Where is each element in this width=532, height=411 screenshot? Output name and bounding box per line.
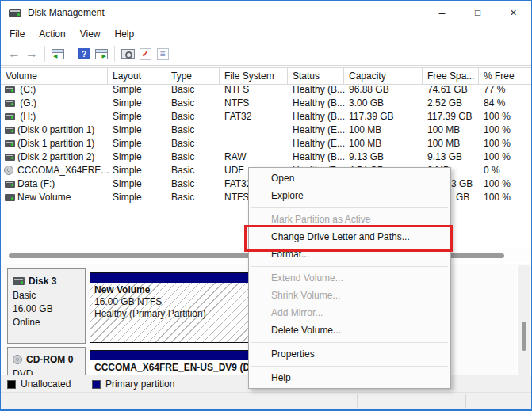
disk-title: Disk 3 — [13, 276, 85, 287]
cell-layout: Simple — [108, 124, 166, 137]
cell-pct: 100 % — [479, 137, 532, 150]
cell-volume: CCCOMA_X64FRE... — [1, 164, 108, 177]
maximize-button[interactable]: □ — [460, 1, 496, 25]
cell-layout: Simple — [108, 110, 166, 124]
toolbar: ← → ◀ ? ▶ ✓ ≡ — [1, 43, 531, 66]
forward-arrow-icon: → — [25, 46, 38, 62]
vertical-scrollbar-thumb[interactable] — [522, 322, 526, 351]
table-row[interactable]: (Disk 2 partition 2)SimpleBasicRAWHealth… — [1, 150, 531, 164]
legend-item: Primary partition — [92, 375, 174, 393]
legend-label: Primary partition — [105, 379, 174, 390]
cell-type: Basic — [166, 97, 220, 110]
cell-status: Healthy (E... — [288, 137, 344, 150]
minimize-button[interactable]: – — [424, 1, 460, 25]
column-header--free[interactable]: % Free — [479, 68, 532, 84]
menu-separator — [249, 263, 450, 269]
properties-list-icon: ≡ — [157, 48, 169, 60]
menu-item-open[interactable]: Open — [249, 169, 450, 187]
toolbar-forward-button[interactable]: → — [24, 46, 40, 62]
menu-item-delete-volume[interactable]: Delete Volume... — [249, 322, 450, 339]
cell-volume: Data (F:) — [1, 177, 108, 191]
menubar-item-view[interactable]: View — [73, 27, 108, 41]
cell-status: Healthy (B... — [288, 110, 344, 124]
toolbar-device-view-button[interactable] — [120, 46, 136, 62]
cell-type: Basic — [166, 110, 220, 124]
menu-separator — [249, 339, 450, 345]
column-header-file-system[interactable]: File System — [220, 68, 288, 84]
column-header-volume[interactable]: Volume — [1, 68, 108, 84]
legend-color-swatch — [92, 380, 101, 389]
table-row[interactable]: (G:)SimpleBasicNTFSHealthy (B...3.00 GB2… — [1, 97, 531, 110]
toolbar-check-button[interactable]: ✓ — [137, 46, 153, 62]
cell-fs: NTFS — [220, 83, 288, 97]
volume-label: (Disk 0 partition 1) — [17, 124, 94, 135]
disk-icon — [5, 154, 15, 161]
console-tree-icon: ◀ — [52, 49, 64, 59]
cell-fs: NTFS — [220, 97, 288, 110]
action-pane-icon: ▶ — [95, 49, 108, 59]
menu-separator — [249, 204, 450, 211]
cell-volume: New Volume — [1, 191, 108, 204]
legend-label: Unallocated — [21, 379, 71, 390]
menu-item-explore[interactable]: Explore — [249, 187, 450, 204]
cell-type: Basic — [166, 177, 220, 191]
menu-item-add-mirror: Add Mirror... — [249, 304, 450, 322]
vertical-scrollbar[interactable] — [517, 265, 530, 375]
volume-label: (G:) — [17, 97, 36, 108]
menubar-item-action[interactable]: Action — [32, 27, 72, 41]
column-header-free-spa-[interactable]: Free Spa... — [423, 68, 479, 84]
toolbar-separator — [71, 46, 71, 62]
cell-capacity: 9.13 GB — [344, 150, 423, 164]
table-row[interactable]: (H:)SimpleBasicFAT32Healthy (B...117.39 … — [1, 110, 531, 124]
toolbar-properties-button[interactable]: ≡ — [155, 46, 170, 62]
cell-volume: (H:) — [1, 110, 108, 124]
table-row[interactable]: (Disk 0 partition 1)SimpleBasicHealthy (… — [1, 124, 531, 137]
cell-type: Basic — [166, 191, 220, 204]
cell-pct: 100 % — [479, 177, 532, 191]
toolbar-help-button[interactable]: ? — [76, 46, 92, 62]
column-header-status[interactable]: Status — [288, 68, 344, 84]
column-header-layout[interactable]: Layout — [108, 68, 166, 84]
toolbar-action-pane-button[interactable]: ▶ — [94, 46, 109, 62]
cell-status: Healthy (E... — [288, 124, 344, 137]
close-button[interactable]: × — [496, 1, 531, 25]
cell-volume: (Disk 0 partition 1) — [1, 124, 108, 137]
cell-pct: 84 % — [479, 97, 532, 110]
disk-icon — [5, 100, 15, 107]
toolbar-console-tree-button[interactable]: ◀ — [50, 46, 66, 62]
menubar-item-help[interactable]: Help — [108, 27, 142, 41]
menu-item-properties[interactable]: Properties — [249, 345, 450, 363]
menubar-item-file[interactable]: File — [2, 27, 32, 41]
cell-layout: Simple — [108, 83, 166, 97]
cell-pct: 100 % — [479, 150, 532, 164]
disk-icon — [5, 127, 15, 134]
cell-free: 2.52 GB — [423, 97, 479, 110]
cell-free: 100 MB — [423, 124, 479, 137]
table-row[interactable]: (Disk 1 partition 1)SimpleBasicHealthy (… — [1, 137, 531, 150]
monitor-magnifier-icon — [121, 49, 135, 59]
context-menu: OpenExploreMark Partition as ActiveChang… — [248, 167, 451, 389]
cell-status: Healthy (B... — [288, 97, 344, 110]
cell-volume: (G:) — [1, 97, 108, 110]
cell-layout: Simple — [108, 137, 166, 150]
cell-fs — [220, 124, 288, 137]
toolbar-back-button[interactable]: ← — [6, 46, 22, 62]
table-row[interactable]: (C:)SimpleBasicNTFSHealthy (B...96.88 GB… — [1, 83, 531, 97]
cell-fs: FAT32 — [220, 110, 288, 124]
cell-pct: 100 % — [479, 124, 532, 137]
toolbar-separator — [114, 46, 115, 62]
column-header-type[interactable]: Type — [166, 68, 220, 84]
cell-layout: Simple — [108, 164, 166, 177]
window-title: Disk Management — [28, 7, 105, 18]
column-header-capacity[interactable]: Capacity — [344, 68, 423, 84]
disk-header-panel-0[interactable]: Disk 3Basic16.00 GBOnline — [7, 268, 86, 344]
red-check-icon: ✓ — [140, 48, 151, 60]
cell-pct: 100 % — [479, 191, 532, 204]
menu-bar: FileActionViewHelp — [1, 25, 531, 43]
status-bar-divider — [357, 394, 358, 408]
menu-item-help[interactable]: Help — [249, 369, 450, 386]
disk-header-panel-1[interactable]: CD-ROM 0DVD — [7, 347, 86, 375]
help-icon: ? — [78, 48, 90, 59]
cell-pct: 100 % — [479, 110, 532, 124]
cell-layout: Simple — [108, 150, 166, 164]
